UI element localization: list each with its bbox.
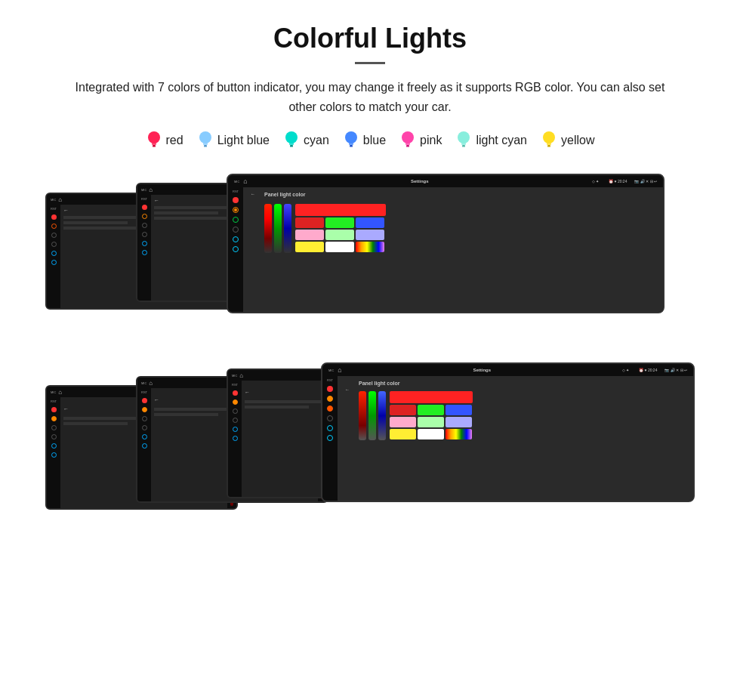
svg-rect-5 <box>203 143 208 145</box>
color-item-cyan: cyan <box>283 130 329 151</box>
svg-rect-13 <box>349 143 353 145</box>
page-title: Colorful Lights <box>30 23 710 54</box>
color-item-lightcyan: light cyan <box>455 130 527 151</box>
svg-point-4 <box>199 131 211 143</box>
color-label-red: red <box>166 134 183 147</box>
svg-rect-17 <box>405 143 410 145</box>
pink-bulb-icon <box>399 130 416 151</box>
yellow-bulb-icon <box>541 130 557 151</box>
bottom-device-row: MIC ⌂ Settings RST ← <box>45 362 695 536</box>
svg-rect-9 <box>289 143 294 145</box>
color-item-yellow: yellow <box>541 130 594 151</box>
color-label-lightcyan: light cyan <box>476 134 527 147</box>
color-item-lightblue: Light blue <box>197 130 270 151</box>
svg-rect-1 <box>152 143 156 145</box>
color-label-cyan: cyan <box>304 134 329 147</box>
svg-point-0 <box>148 131 160 143</box>
description-text: Integrated with 7 colors of button indic… <box>68 78 672 116</box>
red-bulb-icon <box>146 130 162 151</box>
svg-rect-25 <box>547 143 551 145</box>
color-label-pink: pink <box>420 134 442 147</box>
color-label-lightblue: Light blue <box>217 134 270 147</box>
cyan-bulb-icon <box>283 130 300 151</box>
color-item-pink: pink <box>399 130 442 151</box>
color-indicators: red Light blue cyan <box>30 130 710 151</box>
device-top-3: MIC ⌂ Settings ◇ ✦ ⏰ ♥ 20:24 📷 🔊 ✕ ⊟ ↩ R… <box>227 174 664 313</box>
lightcyan-bulb-icon <box>455 130 472 151</box>
page-container: Colorful Lights Integrated with 7 colors… <box>0 0 740 574</box>
color-label-blue: blue <box>363 134 386 147</box>
color-item-blue: blue <box>343 130 386 151</box>
svg-point-8 <box>285 131 298 143</box>
color-label-yellow: yellow <box>561 134 594 147</box>
svg-point-12 <box>345 131 357 143</box>
svg-point-20 <box>458 131 470 143</box>
color-item-red: red <box>146 130 183 151</box>
lightblue-bulb-icon <box>197 130 214 151</box>
title-section: Colorful Lights Integrated with 7 colors… <box>30 23 710 116</box>
panel-label: Panel light color <box>264 192 386 197</box>
device-bottom-4: MIC ⌂ Settings ◇ ✦ ⏰ ♥ 20:24 📷 🔊 ✕ ⊟ ↩ R… <box>321 362 695 502</box>
svg-point-24 <box>543 131 555 143</box>
svg-point-16 <box>402 131 414 143</box>
title-divider <box>355 62 385 64</box>
svg-rect-21 <box>461 143 466 145</box>
blue-bulb-icon <box>343 130 359 151</box>
top-device-row: MIC ⌂ Settings RST <box>45 174 695 340</box>
